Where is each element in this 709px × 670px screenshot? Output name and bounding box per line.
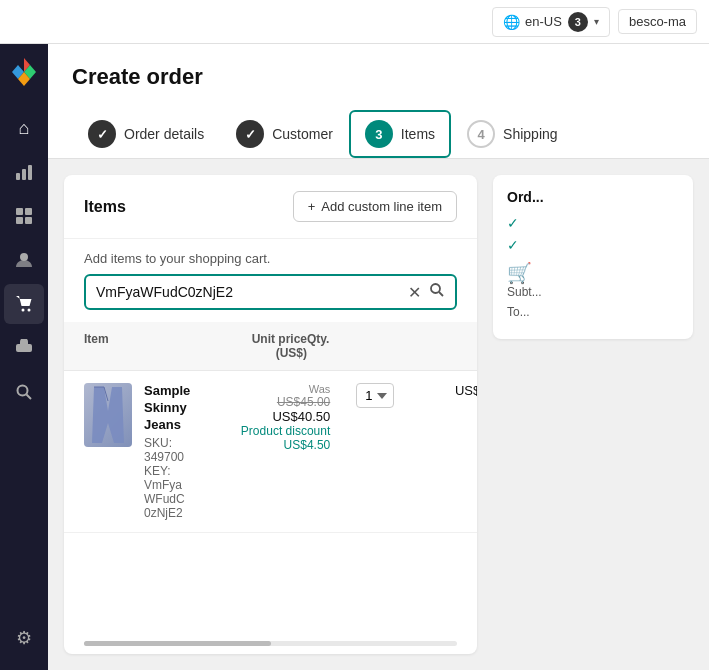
- sidebar: ⌂: [0, 44, 48, 670]
- col-header-price: Unit price(US$): [167, 332, 307, 360]
- table-row: Sample Skinny Jeans SKU: 349700 KEY: VmF…: [64, 371, 477, 533]
- items-panel: Items + Add custom line item Add items t…: [64, 175, 477, 654]
- item-key-value: VmFyaWFudC0zNjE2: [144, 478, 190, 520]
- sidebar-item-search[interactable]: [4, 372, 44, 412]
- check-2-icon: ✓: [507, 237, 519, 253]
- item-key-label: KEY:: [144, 464, 190, 478]
- topbar: 🌐 en-US 3 ▾ besco-ma: [0, 0, 709, 44]
- total-row: To...: [507, 305, 679, 319]
- step-2-label: Customer: [272, 126, 333, 142]
- globe-icon: 🌐: [503, 14, 519, 30]
- chevron-down-icon: ▾: [594, 16, 599, 27]
- svg-point-12: [20, 253, 28, 261]
- sidebar-item-analytics[interactable]: [4, 152, 44, 192]
- sidebar-item-catalog[interactable]: [4, 196, 44, 236]
- store-label: besco-ma: [629, 14, 686, 29]
- step-1-label: Order details: [124, 126, 204, 142]
- clear-search-icon[interactable]: ✕: [408, 283, 421, 302]
- steps-nav: ✓ Order details ✓ Customer 3 Items 4 Shi…: [72, 110, 685, 158]
- step-order-details[interactable]: ✓ Order details: [72, 110, 220, 158]
- items-panel-header: Items + Add custom line item: [64, 175, 477, 239]
- step-customer[interactable]: ✓ Customer: [220, 110, 349, 158]
- horizontal-scrollbar[interactable]: [64, 637, 477, 654]
- add-line-item-label: Add custom line item: [321, 199, 442, 214]
- cart-icon: 🛒: [507, 261, 679, 285]
- discount-label: Product discount: [190, 424, 330, 438]
- qty-selector[interactable]: 1 2 3: [356, 383, 394, 408]
- main-content: Create order ✓ Order details ✓ Customer …: [48, 44, 709, 670]
- page-header: Create order ✓ Order details ✓ Customer …: [48, 44, 709, 159]
- price-column: Was US$45.00 US$40.50 Product discount U…: [190, 383, 330, 452]
- search-wrapper: ✕: [64, 274, 477, 322]
- search-input[interactable]: [96, 284, 400, 300]
- summary-card: Ord... ✓ ✓ 🛒 Subt... To...: [493, 175, 693, 339]
- items-subtitle: Add items to your shopping cart.: [64, 239, 477, 274]
- sidebar-item-orders[interactable]: [4, 284, 44, 324]
- sidebar-item-home[interactable]: ⌂: [4, 108, 44, 148]
- svg-rect-8: [16, 208, 23, 215]
- items-table: Item Unit price(US$) Qty.: [64, 322, 477, 637]
- page-body: Items + Add custom line item Add items t…: [48, 159, 709, 670]
- item-info: Sample Skinny Jeans SKU: 349700 KEY: VmF…: [84, 383, 190, 520]
- svg-rect-7: [28, 165, 32, 180]
- svg-rect-6: [22, 169, 26, 180]
- current-price: US$40.50: [190, 409, 330, 424]
- summary-check-2: ✓: [507, 237, 679, 253]
- svg-rect-11: [25, 217, 32, 224]
- logo[interactable]: [8, 56, 40, 88]
- qty-column: 1 2 3: [330, 383, 420, 408]
- plus-icon: +: [308, 199, 316, 214]
- check-1-icon: ✓: [507, 215, 519, 231]
- scroll-track: [84, 641, 457, 646]
- search-icon[interactable]: [429, 282, 445, 302]
- svg-point-18: [431, 284, 440, 293]
- page-title: Create order: [72, 64, 685, 90]
- step-2-circle: ✓: [236, 120, 264, 148]
- subtotal-label: Subt...: [507, 285, 542, 299]
- step-shipping[interactable]: 4 Shipping: [451, 110, 574, 158]
- locale-label: en-US: [525, 14, 562, 29]
- sidebar-item-promotions[interactable]: [4, 328, 44, 368]
- svg-point-13: [22, 309, 25, 312]
- step-items[interactable]: 3 Items: [349, 110, 451, 158]
- jeans-thumbnail: [84, 383, 132, 447]
- sidebar-item-settings[interactable]: ⚙: [4, 618, 44, 658]
- subtotal-row: Subt...: [507, 285, 679, 299]
- discount-amount: US$4.50: [190, 438, 330, 452]
- app-layout: ⌂: [0, 44, 709, 670]
- summary-title: Ord...: [507, 189, 679, 205]
- scroll-thumb: [84, 641, 271, 646]
- svg-rect-5: [16, 173, 20, 180]
- svg-point-16: [18, 386, 28, 396]
- locale-selector[interactable]: 🌐 en-US 3 ▾: [492, 7, 610, 37]
- step-4-label: Shipping: [503, 126, 558, 142]
- step-3-label: Items: [401, 126, 435, 142]
- svg-rect-10: [16, 217, 23, 224]
- svg-line-19: [439, 292, 443, 296]
- items-panel-title: Items: [84, 198, 126, 216]
- item-sku: SKU: 349700: [144, 436, 190, 464]
- store-selector[interactable]: besco-ma: [618, 9, 697, 34]
- total-column: US$: [420, 383, 477, 398]
- step-3-circle: 3: [365, 120, 393, 148]
- svg-rect-9: [25, 208, 32, 215]
- summary-checks: ✓ ✓: [507, 215, 679, 253]
- col-header-qty: Qty.: [307, 332, 397, 360]
- sidebar-item-customers[interactable]: [4, 240, 44, 280]
- col-header-total: [397, 332, 457, 360]
- svg-rect-15: [16, 344, 32, 352]
- step-4-circle: 4: [467, 120, 495, 148]
- locale-count: 3: [568, 12, 588, 32]
- item-name: Sample Skinny Jeans: [144, 383, 190, 434]
- was-label: Was: [190, 383, 330, 395]
- step-1-circle: ✓: [88, 120, 116, 148]
- add-custom-line-item-button[interactable]: + Add custom line item: [293, 191, 457, 222]
- total-label: To...: [507, 305, 530, 319]
- original-price: US$45.00: [190, 395, 330, 409]
- col-header-item: Item: [84, 332, 167, 360]
- search-box: ✕: [84, 274, 457, 310]
- svg-line-17: [27, 395, 32, 400]
- item-details: Sample Skinny Jeans SKU: 349700 KEY: VmF…: [144, 383, 190, 520]
- table-header: Item Unit price(US$) Qty.: [64, 322, 477, 371]
- item-image: [84, 383, 132, 447]
